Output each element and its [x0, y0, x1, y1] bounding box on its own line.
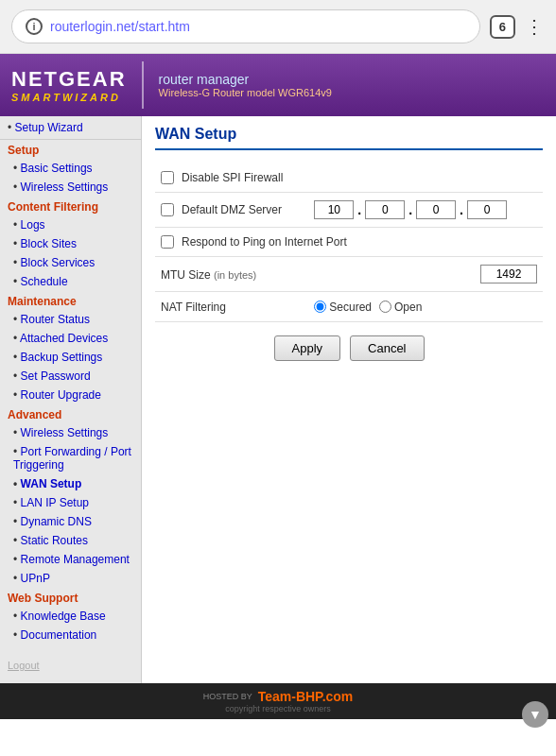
content-area: WAN Setup Disable SPI Firewall Default — [142, 116, 556, 683]
respond-ping-label: Respond to Ping on Internet Port — [182, 235, 347, 249]
info-icon[interactable]: i — [26, 18, 43, 35]
sidebar-item-wireless-settings[interactable]: Wireless Settings — [0, 178, 141, 197]
page-title: WAN Setup — [155, 126, 543, 150]
sidebar-section-web-support: Web Support — [0, 588, 141, 607]
netgear-header: NETGEAR SMARTWIZARD router manager Wirel… — [0, 54, 556, 116]
sidebar-section-setup: Setup — [0, 140, 141, 159]
sidebar-item-basic-settings[interactable]: Basic Settings — [0, 159, 141, 178]
brand-name: NETGEAR — [11, 67, 127, 92]
button-row: Apply Cancel — [155, 335, 543, 361]
dmz-ip-octet2[interactable] — [365, 200, 405, 219]
footer-brand: Team-BHP.com — [258, 689, 354, 704]
menu-dots[interactable]: ⋮ — [525, 15, 545, 38]
footer: HOSTED BY Team-BHP.com copyright respect… — [0, 683, 556, 719]
spi-firewall-checkbox[interactable] — [161, 171, 174, 184]
sidebar-item-upnp[interactable]: UPnP — [0, 569, 141, 588]
url-text: routerlogin.net/start.htm — [50, 19, 190, 34]
main-layout: Setup Wizard Setup Basic Settings Wirele… — [0, 116, 556, 683]
nat-filtering-label: NAT Filtering — [161, 301, 226, 314]
router-manager-label: router manager — [159, 72, 332, 87]
sidebar-item-wireless-settings-adv[interactable]: Wireless Settings — [0, 423, 141, 442]
sidebar-item-router-status[interactable]: Router Status — [0, 310, 141, 329]
dmz-server-row: Default DMZ Server . . . — [155, 193, 543, 228]
browser-bar: i routerlogin.net/start.htm 6 ⋮ — [0, 0, 556, 54]
sidebar-item-wan-setup[interactable]: WAN Setup — [0, 474, 141, 493]
nat-filtering-row: NAT Filtering Secured Open — [155, 292, 543, 322]
sidebar-item-documentation[interactable]: Documentation — [0, 626, 141, 644]
mtu-label: MTU Size (in bytes) — [161, 268, 256, 282]
cancel-button[interactable]: Cancel — [350, 335, 424, 361]
url-bar[interactable]: i routerlogin.net/start.htm — [11, 9, 480, 43]
sidebar-item-logs[interactable]: Logs — [0, 215, 141, 234]
sidebar-item-backup-settings[interactable]: Backup Settings — [0, 348, 141, 367]
respond-ping-checkbox[interactable] — [161, 235, 174, 249]
sidebar-section-content-filtering: Content Filtering — [0, 197, 141, 215]
dmz-server-checkbox[interactable] — [161, 203, 174, 216]
dmz-ip-octet4[interactable] — [467, 200, 507, 219]
spi-firewall-label: Disable SPI Firewall — [182, 171, 283, 184]
dmz-ip-octet3[interactable] — [416, 200, 456, 219]
sidebar-item-block-services[interactable]: Block Services — [0, 253, 141, 272]
ip-dot-1: . — [357, 202, 361, 217]
sidebar-item-dynamic-dns[interactable]: Dynamic DNS — [0, 512, 141, 531]
sidebar-item-static-routes[interactable]: Static Routes — [0, 531, 141, 550]
sidebar-item-knowledge-base[interactable]: Knowledge Base — [0, 607, 141, 626]
wan-setup-form: Disable SPI Firewall Default DMZ Server — [155, 163, 543, 322]
mtu-size-row: MTU Size (in bytes) — [155, 257, 543, 292]
sidebar-item-port-forwarding[interactable]: Port Forwarding / Port Triggering — [0, 442, 141, 474]
apply-button[interactable]: Apply — [274, 335, 341, 361]
sidebar-item-remote-management[interactable]: Remote Management — [0, 550, 141, 569]
sidebar-item-block-sites[interactable]: Block Sites — [0, 234, 141, 253]
sidebar-item-lan-ip-setup[interactable]: LAN IP Setup — [0, 493, 141, 512]
hosted-by-label: HOSTED BY — [203, 692, 252, 701]
dmz-ip-octet1[interactable] — [314, 200, 354, 219]
nat-radio-group: Secured Open — [314, 301, 537, 314]
sidebar-section-maintenance: Maintenance — [0, 291, 141, 310]
logout-link[interactable]: Logout — [8, 660, 40, 671]
mtu-input[interactable] — [480, 265, 537, 284]
dmz-ip-inputs: . . . — [314, 200, 537, 219]
sidebar-item-attached-devices[interactable]: Attached Devices — [0, 329, 141, 348]
nat-open-radio[interactable] — [379, 301, 391, 313]
nat-secured-radio[interactable] — [314, 301, 326, 313]
dmz-server-label: Default DMZ Server — [182, 203, 282, 216]
header-divider — [142, 61, 144, 109]
smartwizard-label: SMARTWIZARD — [11, 92, 127, 103]
mtu-label-suffix: (in bytes) — [214, 269, 256, 281]
router-model-label: Wireless-G Router model WGR614v9 — [159, 87, 332, 98]
ip-dot-3: . — [460, 202, 463, 217]
header-right: router manager Wireless-G Router model W… — [159, 72, 332, 98]
respond-ping-row: Respond to Ping on Internet Port — [155, 228, 543, 257]
spi-firewall-row: Disable SPI Firewall — [155, 163, 543, 193]
sidebar-section-advanced: Advanced — [0, 404, 141, 423]
ip-dot-2: . — [408, 202, 412, 217]
tab-count[interactable]: 6 — [490, 15, 515, 39]
footer-copyright: copyright respective owners — [9, 704, 547, 713]
netgear-logo: NETGEAR SMARTWIZARD — [11, 67, 127, 103]
sidebar-item-schedule[interactable]: Schedule — [0, 272, 141, 291]
sidebar-item-setup-wizard[interactable]: Setup Wizard — [0, 116, 141, 140]
sidebar-item-router-upgrade[interactable]: Router Upgrade — [0, 386, 141, 404]
nat-secured-option[interactable]: Secured — [314, 301, 372, 314]
nat-open-option[interactable]: Open — [379, 301, 422, 314]
sidebar: Setup Wizard Setup Basic Settings Wirele… — [0, 116, 142, 683]
sidebar-item-set-password[interactable]: Set Password — [0, 367, 141, 386]
